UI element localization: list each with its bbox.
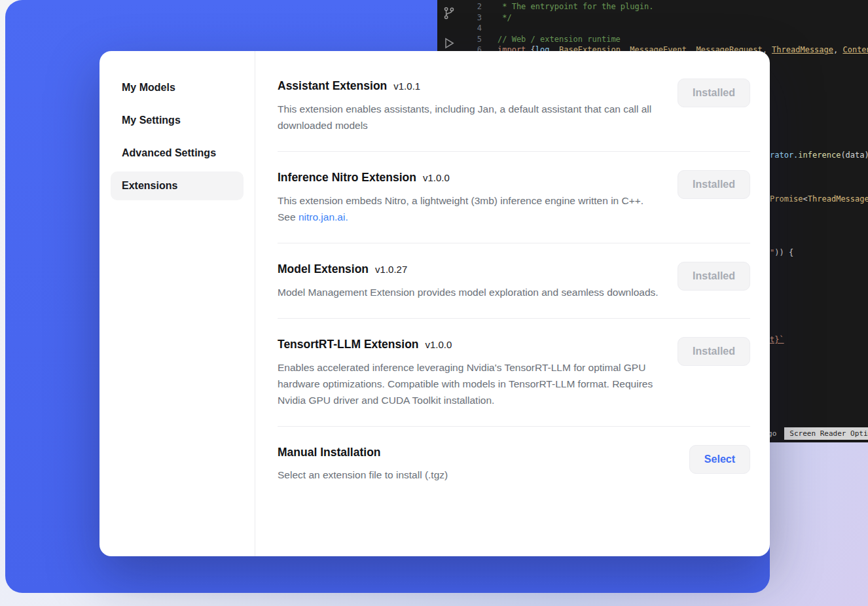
extension-section-model: Model Extensionv1.0.27 Model Management … [278, 243, 750, 319]
extensions-list: Assistant Extensionv1.0.1 This extension… [255, 51, 770, 556]
code-lines: 2 * The entrypoint for the plugin.3 */45… [461, 1, 868, 56]
code-fragment-promise: Promise<ThreadMessage> [770, 194, 868, 204]
extension-version: v1.0.1 [393, 80, 420, 92]
source-control-icon[interactable] [443, 7, 456, 20]
extension-version: v1.0.0 [425, 339, 452, 350]
extension-version: v1.0.27 [375, 264, 407, 275]
sidebar-item-my-models[interactable]: My Models [111, 73, 244, 102]
extension-title: Assistant Extensionv1.0.1 [278, 77, 659, 95]
extension-title-text: TensortRT-LLM Extension [278, 338, 419, 351]
extension-title: Inference Nitro Extensionv1.0.0 [278, 169, 659, 187]
extension-description: Enables accelerated inference leveraging… [278, 359, 659, 408]
installed-button[interactable]: Installed [678, 170, 750, 199]
run-debug-icon[interactable] [443, 37, 456, 50]
installed-button[interactable]: Installed [678, 337, 750, 366]
settings-modal: My Models My Settings Advanced Settings … [99, 51, 770, 556]
extension-title: TensortRT-LLM Extensionv1.0.0 [278, 336, 659, 353]
code-fragment-inference: rator.inference(data)); [770, 151, 868, 160]
extension-description: Select an extension file to install (.tg… [278, 467, 448, 483]
sidebar-item-advanced-settings[interactable]: Advanced Settings [111, 139, 244, 168]
extension-section-nitro: Inference Nitro Extensionv1.0.0 This ext… [278, 152, 750, 243]
extension-description: This extension enables assistants, inclu… [278, 101, 659, 134]
extension-section-tensorrt: TensortRT-LLM Extensionv1.0.0 Enables ac… [278, 319, 750, 427]
extension-title-text: Inference Nitro Extension [278, 171, 416, 184]
extension-description: This extension embeds Nitro, a lightweig… [278, 192, 659, 225]
code-fragment-brace: ")) { [770, 248, 793, 257]
extension-section-manual-install: Manual Installation Select an extension … [278, 427, 750, 501]
sidebar-item-extensions[interactable]: Extensions [111, 171, 244, 200]
extension-title: Model Extensionv1.0.27 [278, 260, 659, 278]
code-fragment-template: t}` [770, 335, 784, 344]
extension-title-text: Model Extension [278, 262, 369, 276]
extension-section-assistant: Assistant Extensionv1.0.1 This extension… [278, 60, 750, 152]
installed-button[interactable]: Installed [678, 262, 750, 291]
extension-title-text: Assistant Extension [278, 79, 387, 92]
sidebar-item-my-settings[interactable]: My Settings [111, 106, 244, 135]
installed-button[interactable]: Installed [678, 79, 750, 107]
screen-reader-badge[interactable]: Screen Reader Optimize [784, 427, 868, 440]
select-file-button[interactable]: Select [689, 445, 750, 474]
extension-description: Model Management Extension provides mode… [278, 284, 659, 300]
code-area: 2 * The entrypoint for the plugin.3 */45… [461, 1, 868, 56]
extension-version: v1.0.0 [423, 172, 450, 183]
settings-sidebar: My Models My Settings Advanced Settings … [99, 51, 255, 556]
nitro-jan-ai-link[interactable]: nitro.jan.ai. [298, 211, 348, 223]
extension-title: Manual Installation [278, 444, 448, 461]
extension-title-text: Manual Installation [278, 446, 381, 459]
